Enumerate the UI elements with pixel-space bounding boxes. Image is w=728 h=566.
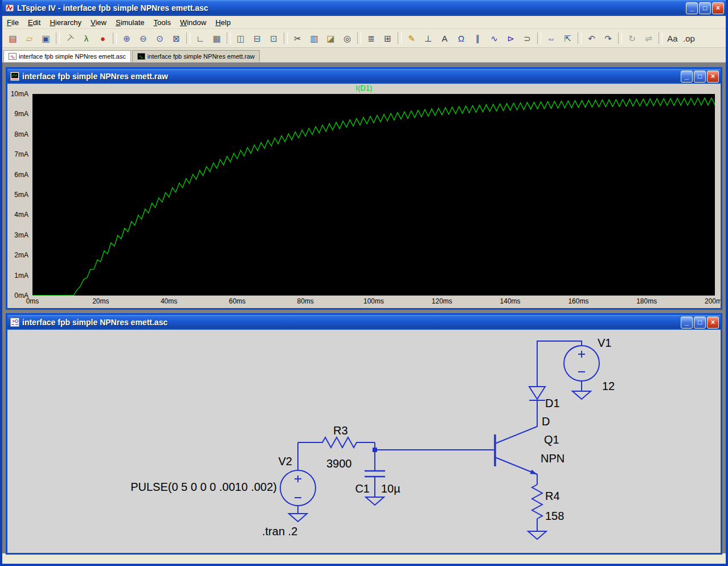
ground-icon-v1	[572, 391, 591, 399]
y-axis-label: 6mA	[14, 171, 28, 179]
q1-name-label[interactable]: Q1	[544, 433, 559, 446]
menu-item-view[interactable]: View	[86, 17, 111, 28]
menu-item-help[interactable]: Help	[211, 17, 235, 28]
place-ground-icon[interactable]: ⊥	[420, 31, 436, 46]
v1-value-label[interactable]: 12	[602, 380, 615, 392]
paste-icon[interactable]: ◪	[322, 31, 339, 46]
menu-item-edit[interactable]: Edit	[23, 17, 45, 28]
waveform-plot[interactable]	[32, 94, 715, 296]
find-icon[interactable]: ◎	[339, 31, 355, 46]
close-button[interactable]: ×	[712, 2, 724, 14]
zoom-area-icon[interactable]: ⊙	[152, 31, 168, 46]
schematic-close-button[interactable]: ×	[707, 317, 719, 329]
toolbar-separator	[284, 32, 288, 44]
minimize-button[interactable]: _	[686, 2, 698, 14]
ground-icon-r4	[528, 531, 546, 539]
text-tool-icon[interactable]: Aa	[664, 31, 681, 46]
move-icon[interactable]: ⇔	[543, 31, 559, 46]
waveform-close-button[interactable]: ×	[707, 71, 719, 83]
zoom-back-icon[interactable]: ⊖	[135, 31, 152, 46]
menu-item-window[interactable]: Window	[175, 17, 211, 28]
autorange-y-icon[interactable]: ∟	[192, 31, 208, 46]
mirror-icon[interactable]: ⇌	[640, 31, 657, 46]
tab-waveform-file[interactable]: ∿interface fpb simple NPNres emett.raw	[132, 50, 260, 62]
q1-model-label[interactable]: NPN	[541, 452, 565, 465]
c1-capacitor-plates[interactable]	[365, 471, 385, 477]
waveform-minimize-button[interactable]: _	[681, 71, 693, 83]
r4-resistor-body	[532, 485, 542, 531]
spice-directive-icon[interactable]: .op	[681, 31, 697, 46]
rotate-icon[interactable]: ↻	[624, 31, 640, 46]
toolbar-separator	[398, 32, 402, 44]
waveform-tab-icon: ∿	[137, 53, 145, 60]
schematic-window-titlebar[interactable]: interface fpb simple NPNres emett.asc _ …	[7, 315, 721, 330]
d1-name-label[interactable]: D1	[545, 397, 560, 409]
d1-diode-triangle[interactable]	[529, 387, 545, 399]
menu-item-simulate[interactable]: Simulate	[111, 17, 149, 28]
sim-directive-label[interactable]: .tran .2	[262, 525, 297, 538]
zoom-in-icon[interactable]: ⊕	[118, 31, 135, 46]
r4-name-label[interactable]: R4	[545, 490, 560, 502]
new-schematic-icon[interactable]: ▤	[5, 31, 21, 46]
draw-wire-icon[interactable]: ✎	[403, 31, 420, 46]
undo-icon[interactable]: ↶	[583, 31, 600, 46]
waveform-client: I(D1) 10mA9mA8mA7mA6mA5mA4mA3mA2mA1mA0mA…	[7, 84, 721, 308]
grid-icon[interactable]: ▦	[208, 31, 225, 46]
d1-model-label[interactable]: D	[542, 415, 550, 428]
print-preview-icon[interactable]: ≣	[363, 31, 379, 46]
schematic-window-title: interface fpb simple NPNres emett.asc	[22, 318, 678, 327]
schematic-canvas[interactable]: V1 12 D1 D Q1 NPN R4 158 R3 3900 V2 PULS…	[7, 330, 721, 553]
place-capacitor-icon[interactable]: ∥	[469, 31, 486, 46]
app-titlebar[interactable]: LTspice IV - interface fpb simple NPNres…	[2, 0, 726, 16]
tile-horizontal-icon[interactable]: ⊟	[249, 31, 265, 46]
menu-item-hierarchy[interactable]: Hierarchy	[45, 17, 86, 28]
run-icon[interactable]: λ	[78, 31, 95, 46]
control-panel-icon[interactable]: ⊤	[62, 31, 78, 46]
waveform-restore-button[interactable]: □	[694, 71, 706, 83]
halt-icon[interactable]: ●	[95, 31, 111, 46]
r3-name-label[interactable]: R3	[333, 424, 348, 437]
toolbar-separator	[113, 32, 117, 44]
trace-name-label[interactable]: I(D1)	[356, 84, 373, 92]
v1-name-label[interactable]: V1	[598, 337, 611, 349]
v2-plus-icon	[295, 475, 301, 482]
y-axis-label: 4mA	[14, 211, 28, 219]
cascade-windows-icon[interactable]: ⊡	[265, 31, 282, 46]
r4-value-label[interactable]: 158	[545, 510, 564, 522]
save-icon[interactable]: ▣	[38, 31, 54, 46]
schematic-window-icon	[10, 318, 19, 327]
place-component-icon[interactable]: ⊃	[519, 31, 535, 46]
label-net-icon[interactable]: A	[436, 31, 453, 46]
c1-value-label[interactable]: 10µ	[381, 482, 400, 495]
r3-value-label[interactable]: 3900	[326, 457, 352, 470]
trace-legend[interactable]: I(D1)	[7, 84, 721, 94]
schematic-minimize-button[interactable]: _	[681, 317, 693, 329]
toolbar: ▤▱▣⊤λ●⊕⊖⊙⊠∟▦◫⊟⊡✂▥◪◎≣⊞✎⊥AΩ∥∿⊳⊃⇔⇱↶↷↻⇌Aa.op	[2, 29, 726, 48]
x-axis-label: 80ms	[297, 297, 314, 305]
copy-icon[interactable]: ▥	[306, 31, 322, 46]
tile-vertical-icon[interactable]: ◫	[232, 31, 249, 46]
redo-icon[interactable]: ↷	[600, 31, 616, 46]
print-icon[interactable]: ⊞	[379, 31, 396, 46]
schematic-restore-button[interactable]: □	[694, 317, 706, 329]
cut-icon[interactable]: ✂	[289, 31, 306, 46]
toolbar-separator	[357, 32, 361, 44]
y-axis-label: 5mA	[14, 191, 28, 199]
c1-name-label[interactable]: C1	[355, 482, 370, 495]
place-diode-icon[interactable]: ⊳	[502, 31, 519, 46]
tab-schematic-file[interactable]: ∿interface fpb simple NPNres emett.asc	[3, 50, 131, 62]
restore-button[interactable]: □	[699, 2, 711, 14]
v2-value-label[interactable]: PULSE(0 5 0 0 0 .0010 .002)	[130, 481, 277, 493]
menu-item-file[interactable]: File	[2, 17, 23, 28]
place-resistor-icon[interactable]: Ω	[453, 31, 469, 46]
zoom-full-extents-icon[interactable]: ⊠	[168, 31, 185, 46]
waveform-window-titlebar[interactable]: interface fpb simple NPNres emett.raw _ …	[7, 69, 721, 84]
place-inductor-icon[interactable]: ∿	[486, 31, 502, 46]
menu-item-tools[interactable]: Tools	[149, 17, 175, 28]
open-file-icon[interactable]: ▱	[21, 31, 38, 46]
toolbar-separator	[659, 32, 662, 44]
v2-name-label[interactable]: V2	[279, 455, 292, 467]
y-axis-label: 8mA	[14, 130, 28, 138]
drag-icon[interactable]: ⇱	[559, 31, 576, 46]
waveform-window: interface fpb simple NPNres emett.raw _ …	[6, 67, 722, 310]
